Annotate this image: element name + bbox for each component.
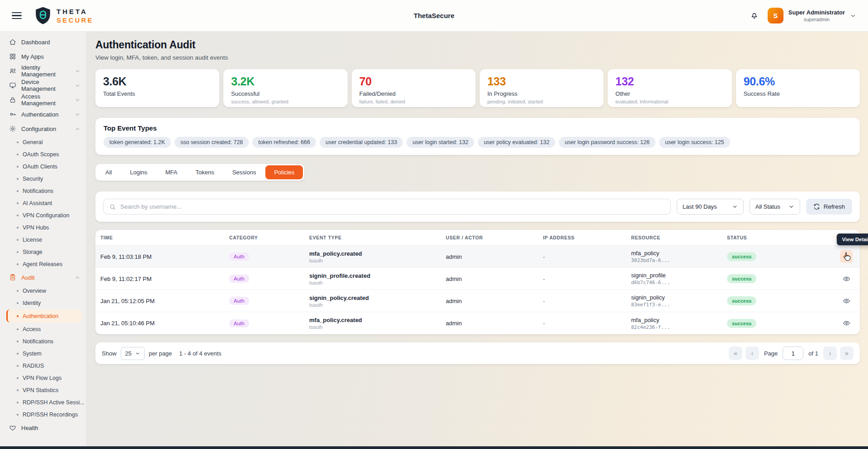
chevron-down-icon (75, 97, 80, 103)
status-badge: success (727, 274, 756, 283)
notifications-bell-icon[interactable] (750, 11, 759, 20)
tab-tokens[interactable]: Tokens (187, 165, 223, 179)
cell-event-type: signin_profile.createdtsauth (309, 272, 446, 285)
view-details-button[interactable] (840, 295, 853, 307)
per-page-select[interactable]: 25 (121, 347, 145, 360)
sidebar-subitem-label: Storage (23, 249, 42, 255)
cell-resource: signin_profiled6b7c746-6... (631, 272, 727, 285)
stat-card-success-rate: 90.6%Success Rate (736, 69, 860, 107)
date-range-select[interactable]: Last 90 Days (677, 199, 744, 215)
sidebar-subitem-general[interactable]: General (0, 136, 86, 148)
sidebar-subitem-access[interactable]: Access (0, 323, 86, 335)
sidebar-subitem-storage[interactable]: Storage (0, 246, 86, 258)
user-menu[interactable]: S Super Administrator superadmin (768, 8, 856, 23)
cell-status: success (727, 274, 836, 283)
prev-page-button[interactable]: ‹ (745, 346, 759, 360)
audit-table: TIMECATEGORYEVENT TYPEUSER / ACTORIP ADD… (95, 230, 860, 334)
sidebar-subitem-vpn-hubs[interactable]: VPN Hubs (0, 221, 86, 234)
cell-user: admin (446, 298, 543, 304)
sidebar-subitem-authentication[interactable]: Authentication (6, 309, 82, 323)
bullet-dot-icon (17, 365, 19, 367)
event-type-chip: token generated: 1.2K (104, 137, 171, 148)
show-label: Show (102, 350, 117, 357)
sidebar-subitem-overview[interactable]: Overview (0, 285, 86, 297)
status-badge: success (727, 252, 756, 261)
sidebar-item-access-management[interactable]: Access Management (0, 93, 86, 107)
pagination-bar: Show 25 per page 1 - 4 of 4 events « ‹ P… (95, 342, 860, 364)
event-type-chip: user login started: 132 (406, 137, 474, 148)
key-icon (9, 111, 16, 118)
chevron-down-icon (850, 13, 856, 19)
sidebar-item-my-apps[interactable]: My Apps (0, 49, 86, 64)
sidebar-subitem-rdp-ssh-recordings[interactable]: RDP/SSH Recordings (0, 408, 86, 421)
next-page-button[interactable]: › (823, 346, 837, 360)
sidebar-subitem-label: Identity (23, 300, 41, 306)
tab-mfa[interactable]: MFA (157, 165, 186, 179)
first-page-button[interactable]: « (729, 346, 742, 360)
sidebar-subitem-identity[interactable]: Identity (0, 297, 86, 309)
sidebar-subitem-security[interactable]: Security (0, 173, 86, 185)
cell-status: success (727, 296, 836, 305)
cell-resource: mfa_policy82c4e236-f... (631, 317, 727, 330)
last-page-button[interactable]: » (840, 346, 854, 360)
sidebar-subitem-notifications[interactable]: Notifications (0, 335, 86, 347)
sidebar-subitem-radius[interactable]: RADIUS (0, 360, 86, 372)
sidebar-item-identity-management[interactable]: Identity Management (0, 64, 86, 78)
sidebar-item-authentication[interactable]: Authentication (0, 107, 86, 122)
stat-label: In Progress (487, 90, 596, 97)
stat-value: 3.6K (103, 75, 212, 88)
sidebar-subitem-agent-releases[interactable]: Agent Releases (0, 258, 86, 270)
sidebar-subitem-oauth-clients[interactable]: OAuth Clients (0, 160, 86, 173)
status-select[interactable]: All Status (750, 199, 800, 215)
sidebar-item-configuration[interactable]: Configuration (0, 122, 86, 136)
page-number-input[interactable] (783, 346, 803, 360)
top-event-types-panel: Top Event Types token generated: 1.2Ksso… (95, 118, 860, 155)
cell-user: admin (446, 320, 543, 327)
sidebar-item-dashboard[interactable]: Dashboard (0, 35, 86, 49)
sidebar-item-health[interactable]: Health (0, 421, 86, 435)
tab-sessions[interactable]: Sessions (224, 165, 265, 179)
menu-icon[interactable] (12, 12, 22, 19)
sidebar-subitem-label: Access (23, 326, 41, 332)
stat-label: Success Rate (744, 90, 852, 97)
sidebar-subitem-license[interactable]: License (0, 234, 86, 246)
cell-time: Jan 21, 05:10:46 PM (100, 320, 229, 327)
sidebar-subitem-vpn-statistics[interactable]: VPN Statistics (0, 384, 86, 396)
cell-event-type: mfa_policy.createdtsauth (309, 250, 446, 263)
sidebar-subitem-oauth-scopes[interactable]: OAuth Scopes (0, 148, 86, 160)
cell-category: Auth (229, 297, 309, 305)
tab-all[interactable]: All (97, 165, 120, 179)
sidebar-subitem-label: VPN Hubs (23, 224, 49, 231)
avatar: S (768, 8, 783, 23)
stat-value: 133 (487, 75, 596, 88)
stat-value: 90.6% (744, 75, 852, 88)
sidebar: DashboardMy AppsIdentity ManagementDevic… (0, 32, 86, 449)
sidebar-subitem-label: Security (23, 176, 43, 182)
cell-status: success (727, 319, 836, 328)
sidebar-subitem-ai-assistant[interactable]: AI Assistant (0, 197, 86, 209)
cell-ip: - (543, 298, 631, 304)
bullet-dot-icon (17, 290, 19, 292)
tab-policies[interactable]: Policies (265, 165, 303, 179)
sidebar-subitem-notifications[interactable]: Notifications (0, 185, 86, 197)
search-input[interactable] (120, 203, 665, 210)
app-title: ThetaSecure (414, 12, 454, 19)
status-badge: success (727, 319, 756, 328)
table-row: Jan 21, 05:12:05 PMAuthsignin_policy.cre… (95, 290, 860, 312)
brand-line2: SECURE (57, 17, 94, 23)
tab-logins[interactable]: Logins (121, 165, 156, 179)
sidebar-subitem-vpn-flow-logs[interactable]: VPN Flow Logs (0, 372, 86, 384)
refresh-button[interactable]: Refresh (806, 199, 852, 215)
sidebar-item-device-management[interactable]: Device Management (0, 78, 86, 93)
stat-card-in-progress: 133In Progresspending, initiated, starte… (480, 69, 604, 107)
sidebar-subitem-system[interactable]: System (0, 347, 86, 360)
filter-bar: Last 90 Days All Status Refresh (95, 192, 860, 222)
shield-logo-icon (34, 6, 52, 25)
view-details-button[interactable] (840, 272, 853, 285)
sidebar-subitem-vpn-configuration[interactable]: VPN Configuration (0, 209, 86, 221)
sidebar-item-audit[interactable]: Audit (0, 270, 86, 285)
sidebar-subitem-rdp-ssh-active-sessi[interactable]: RDP/SSH Active Sessi... (0, 396, 86, 408)
column-header-category: CATEGORY (229, 235, 309, 240)
cell-resource: mfa_policy3023bd7a-6... (631, 250, 727, 263)
view-details-button[interactable] (840, 317, 853, 330)
